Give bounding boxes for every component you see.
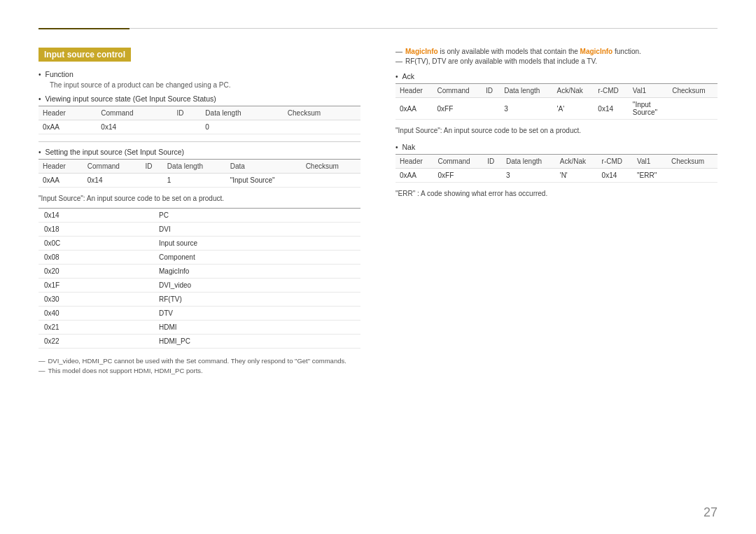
source-row: 0x0C Input source — [38, 237, 360, 251]
cell: "InputSource" — [629, 98, 668, 120]
cell: 'A' — [553, 98, 594, 120]
setting-col-datalength: Data length — [163, 160, 226, 174]
right-note-text: MagicInfo is only available with models … — [405, 48, 641, 55]
setting-col-data: Data — [226, 160, 302, 174]
nak-col-header: Header — [396, 155, 433, 169]
magicinfo-label: MagicInfo — [405, 48, 438, 55]
cell — [141, 174, 163, 188]
source-row: 0x40 DTV — [38, 307, 360, 321]
source-code: 0x18 — [38, 223, 153, 237]
setting-col-header: Header — [38, 160, 83, 174]
footnote-dash: ― — [38, 357, 46, 365]
cell: 0x14 — [594, 98, 628, 120]
source-name: DVI — [153, 223, 360, 237]
footnote-text-2: This model does not support HDMI, HDMI_P… — [48, 367, 203, 374]
section-title: Input source control — [38, 48, 131, 62]
ack-col-command: Command — [433, 84, 482, 98]
cell: 0xAA — [396, 98, 433, 120]
source-code: 0x22 — [38, 335, 153, 349]
source-name: Component — [153, 251, 360, 265]
nak-col-val1: Val1 — [633, 155, 667, 169]
top-line — [38, 28, 718, 29]
nak-table: Header Command ID Data length Ack/Nak r-… — [396, 154, 718, 183]
nak-col-checksum: Checksum — [667, 155, 718, 169]
source-row: 0x1F DVI_video — [38, 279, 360, 293]
source-row: 0x18 DVI — [38, 223, 360, 237]
cell — [668, 98, 718, 120]
nak-bullet: • Nak — [396, 143, 718, 151]
source-code: 0x40 — [38, 307, 153, 321]
cell: 0xFF — [433, 169, 483, 183]
source-code: 0x21 — [38, 321, 153, 335]
magicinfo-label-2: MagicInfo — [580, 48, 613, 55]
ack-col-rcmd: r-CMD — [594, 84, 628, 98]
source-name: PC — [153, 209, 360, 223]
right-note-1: ― MagicInfo is only available with model… — [396, 48, 718, 55]
cell: 0 — [201, 120, 283, 134]
source-row: 0x20 MagicInfo — [38, 265, 360, 279]
source-name: Input source — [153, 237, 360, 251]
divider — [38, 141, 360, 142]
cell: "Input Source" — [226, 174, 302, 188]
viewing-col-datalength: Data length — [201, 106, 283, 120]
cell — [172, 120, 201, 134]
source-code: 0x14 — [38, 209, 153, 223]
right-column: ― MagicInfo is only available with model… — [388, 48, 718, 377]
footnote-dash-2: ― — [38, 367, 46, 374]
nak-label: Nak — [402, 143, 416, 151]
cell: 0x14 — [97, 120, 172, 134]
source-codes-table: 0x14 PC 0x18 DVI 0x0C Input source 0x08 … — [38, 208, 360, 349]
ack-col-datalength: Data length — [500, 84, 552, 98]
source-row: 0x14 PC — [38, 209, 360, 223]
nak-note: "ERR" : A code showing what error has oc… — [396, 190, 718, 197]
cell: "ERR" — [633, 169, 667, 183]
ack-bullet: • Ack — [396, 72, 718, 80]
cell: 3 — [500, 98, 552, 120]
source-code: 0x20 — [38, 265, 153, 279]
cell: 0x14 — [83, 174, 141, 188]
viewing-bullet: • Viewing input source state (Get Input … — [38, 94, 360, 103]
cell — [302, 174, 360, 188]
function-desc: The input source of a product can be cha… — [50, 81, 360, 89]
viewing-label: Viewing input source state (Get Input So… — [46, 94, 216, 103]
nak-col-acknak: Ack/Nak — [556, 155, 598, 169]
source-name: HDMI_PC — [153, 335, 360, 349]
nak-col-rcmd: r-CMD — [598, 155, 633, 169]
right-note-2: ― RF(TV), DTV are only available with mo… — [396, 57, 718, 65]
table-row: 0xAA 0x14 1 "Input Source" — [38, 174, 360, 188]
source-row: 0x30 RF(TV) — [38, 293, 360, 307]
source-name: HDMI — [153, 321, 360, 335]
function-label: Function — [46, 70, 74, 78]
source-code: 0x30 — [38, 293, 153, 307]
bullet-dot-2: • — [38, 95, 41, 103]
viewing-table: Header Command ID Data length Checksum 0… — [38, 106, 360, 134]
footnote-2: ― This model does not support HDMI, HDMI… — [38, 367, 360, 374]
page-number: 27 — [704, 505, 718, 520]
table-row: 0xAA 0x14 0 — [38, 120, 360, 134]
right-note-dash-2: ― — [396, 57, 402, 65]
setting-label: Setting the input source (Set Input Sour… — [46, 148, 184, 156]
viewing-col-checksum: Checksum — [284, 106, 360, 120]
cell: 3 — [502, 169, 556, 183]
footnote-area: ― DVI_video, HDMI_PC cannot be used with… — [38, 357, 360, 374]
cell: 0x14 — [598, 169, 633, 183]
nak-col-id: ID — [483, 155, 502, 169]
top-line-accent — [38, 28, 130, 29]
ack-table: Header Command ID Data length Ack/Nak r-… — [396, 83, 718, 120]
cell: 0xAA — [38, 120, 97, 134]
cell: 0xAA — [396, 169, 433, 183]
cell: 0xFF — [433, 98, 482, 120]
ack-label: Ack — [402, 72, 415, 80]
setting-col-command: Command — [83, 160, 141, 174]
function-bullet: • Function — [38, 70, 360, 78]
viewing-col-header: Header — [38, 106, 97, 120]
page: Input source control • Function The inpu… — [0, 0, 756, 534]
cell: 'N' — [556, 169, 598, 183]
cell — [284, 120, 360, 134]
ack-col-val1: Val1 — [629, 84, 668, 98]
left-column: Input source control • Function The inpu… — [38, 48, 368, 377]
ack-col-acknak: Ack/Nak — [553, 84, 594, 98]
source-code: 0x08 — [38, 251, 153, 265]
cell — [483, 169, 502, 183]
nak-bullet-dot: • — [396, 143, 398, 151]
